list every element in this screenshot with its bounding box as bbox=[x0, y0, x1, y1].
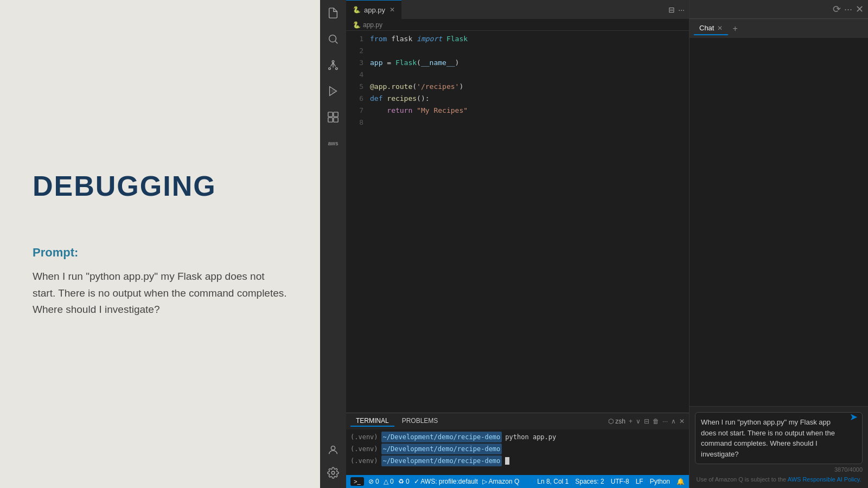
breadcrumb-text: app.py bbox=[363, 21, 382, 29]
code-line-2 bbox=[368, 45, 689, 57]
terminal-cmd-1: python app.py bbox=[505, 432, 556, 442]
status-encoding: UTF-8 bbox=[611, 478, 629, 485]
chat-input-wrapper: When I run "python app.py" my Flask app … bbox=[695, 412, 863, 464]
status-aws-profile[interactable]: ✓ AWS: profile:default bbox=[414, 478, 478, 485]
code-content[interactable]: from flask import Flask app = Flask(__na… bbox=[368, 31, 689, 413]
terminal-path-2: ~/Development/demo/recipe-demo bbox=[381, 444, 502, 454]
terminal-path-3: ~/Development/demo/recipe-demo bbox=[381, 455, 502, 466]
new-chat-button[interactable]: + bbox=[732, 24, 737, 34]
terminal-up-button[interactable]: ∧ bbox=[671, 418, 676, 425]
chat-input-area: When I run "python app.py" my Flask app … bbox=[690, 406, 868, 488]
right-panel-header: Chat ✕ + bbox=[690, 19, 868, 38]
svg-rect-9 bbox=[328, 118, 333, 122]
code-line-6: def recipes(): bbox=[368, 93, 689, 105]
prompt-text: When I run "python app.py" my Flask app … bbox=[33, 268, 288, 318]
terminal-add-button[interactable]: + bbox=[629, 418, 633, 425]
code-line-4 bbox=[368, 69, 689, 81]
editor-toolbar: ⊟ ··· bbox=[668, 0, 689, 19]
split-editor-icon[interactable]: ⊟ bbox=[668, 5, 675, 14]
account-icon[interactable] bbox=[324, 441, 342, 459]
status-spaces: Spaces: 2 bbox=[575, 478, 604, 485]
status-amazon-q[interactable]: ▷ Amazon Q bbox=[482, 478, 519, 485]
status-line-ending: LF bbox=[636, 478, 643, 485]
terminal-trash-button[interactable]: 🗑 bbox=[653, 418, 659, 425]
terminal-venv-2: (.venv) bbox=[350, 444, 378, 454]
rp-close-icon[interactable]: ✕ bbox=[856, 3, 864, 15]
terminal-dropdown-icon[interactable]: ∨ bbox=[636, 418, 641, 425]
code-line-1: from flask import Flask bbox=[368, 33, 689, 45]
terminal-content: (.venv) ~/Development/demo/recipe-demo p… bbox=[346, 429, 689, 475]
terminal-tab-terminal[interactable]: TERMINAL bbox=[350, 416, 394, 427]
terminal-tab-problems[interactable]: PROBLEMS bbox=[397, 416, 444, 427]
debug-icon[interactable] bbox=[324, 82, 342, 100]
status-ln-col: Ln 8, Col 1 bbox=[537, 478, 569, 485]
svg-point-2 bbox=[332, 61, 334, 63]
svg-rect-8 bbox=[334, 112, 338, 117]
terminal-venv-1: (.venv) bbox=[350, 432, 378, 442]
search-icon[interactable] bbox=[324, 30, 342, 48]
chat-input-box[interactable]: When I run "python app.py" my Flask app … bbox=[695, 412, 863, 464]
editor-tab-row: 🐍 app.py ✕ ⊟ ··· bbox=[346, 0, 689, 19]
python-file-icon: 🐍 bbox=[353, 6, 361, 14]
aws-icon[interactable]: aws bbox=[324, 134, 342, 152]
aws-policy-link[interactable]: AWS Responsible AI Policy. bbox=[788, 476, 861, 483]
svg-point-12 bbox=[331, 471, 335, 474]
code-line-7: return "My Recipes" bbox=[368, 105, 689, 117]
status-git: ♻ 0 bbox=[398, 478, 410, 485]
code-line-3: app = Flask(__name__) bbox=[368, 57, 689, 69]
terminal-split-button[interactable]: ⊟ bbox=[644, 418, 649, 425]
extensions-icon[interactable] bbox=[324, 108, 342, 126]
terminal-cursor bbox=[505, 457, 509, 465]
page-title: DEBUGGING bbox=[33, 170, 288, 202]
terminal-shell-label: ⬡ zsh bbox=[608, 418, 626, 425]
chat-tab-label: Chat bbox=[699, 24, 714, 32]
rp-history-icon[interactable]: ⟳ bbox=[833, 3, 841, 15]
chat-tab-close[interactable]: ✕ bbox=[717, 24, 723, 32]
svg-rect-10 bbox=[334, 118, 338, 122]
files-icon[interactable] bbox=[324, 4, 342, 22]
terminal-more-button[interactable]: ··· bbox=[662, 418, 668, 425]
editor-tab-apppy[interactable]: 🐍 app.py ✕ bbox=[346, 0, 401, 19]
svg-point-4 bbox=[336, 68, 338, 70]
status-errors: ⊘ 0 bbox=[368, 478, 379, 485]
terminal-actions: ⬡ zsh + ∨ ⊟ 🗑 ··· ∧ ✕ bbox=[608, 418, 685, 425]
terminal-panel: TERMINAL PROBLEMS ⬡ zsh + ∨ ⊟ 🗑 ··· ∧ ✕ bbox=[346, 413, 689, 475]
breadcrumb-file-icon: 🐍 bbox=[353, 21, 361, 29]
status-left: >_ ⊘ 0 △ 0 ♻ 0 ✓ AWS: profile:default ▷ … bbox=[350, 477, 519, 486]
chat-input-text: When I run "python app.py" my Flask app … bbox=[701, 418, 835, 458]
terminal-line-2: (.venv) ~/Development/demo/recipe-demo bbox=[350, 444, 685, 454]
svg-point-6 bbox=[331, 89, 335, 93]
terminal-path-1: ~/Development/demo/recipe-demo bbox=[381, 432, 502, 442]
prompt-label: Prompt: bbox=[33, 246, 288, 260]
svg-point-0 bbox=[329, 35, 336, 42]
activity-bar: aws bbox=[320, 0, 346, 488]
code-editor[interactable]: 1 2 3 4 5 6 7 8 from flask import Flask … bbox=[346, 31, 689, 413]
terminal-status-icon[interactable]: >_ bbox=[350, 477, 364, 486]
status-warnings: △ 0 bbox=[384, 478, 394, 485]
left-panel: DEBUGGING Prompt: When I run "python app… bbox=[0, 0, 320, 488]
code-line-8 bbox=[368, 117, 689, 129]
tab-label: app.py bbox=[364, 6, 385, 14]
terminal-close-button[interactable]: ✕ bbox=[679, 418, 685, 425]
right-panel-top-bar: ⟳ ··· ✕ bbox=[690, 0, 868, 19]
terminal-line-3: (.venv) ~/Development/demo/recipe-demo bbox=[350, 455, 685, 466]
vscode-area: aws 🐍 app.py ✕ bbox=[320, 0, 868, 488]
settings-icon[interactable] bbox=[324, 464, 342, 481]
editor-main: 🐍 app.py ✕ ⊟ ··· 🐍 app.py 1 2 3 4 bbox=[346, 0, 689, 488]
rp-more-icon[interactable]: ··· bbox=[844, 4, 852, 15]
svg-point-11 bbox=[331, 446, 335, 450]
status-bell-icon: 🔔 bbox=[676, 478, 685, 485]
terminal-tab-bar: TERMINAL PROBLEMS ⬡ zsh + ∨ ⊟ 🗑 ··· ∧ ✕ bbox=[346, 413, 689, 429]
char-count: 3870/4000 bbox=[695, 466, 863, 473]
chat-tab[interactable]: Chat ✕ bbox=[694, 22, 728, 35]
code-line-5: @app.route('/recipes') bbox=[368, 81, 689, 93]
chat-messages-area bbox=[690, 38, 868, 406]
status-language: Python bbox=[650, 478, 670, 485]
amazon-q-panel: ⟳ ··· ✕ Chat ✕ + When I run "python app.… bbox=[689, 0, 868, 488]
editor-more-icon[interactable]: ··· bbox=[678, 5, 685, 14]
tab-close-button[interactable]: ✕ bbox=[390, 6, 395, 14]
amazon-policy-text: Use of Amazon Q is subject to the AWS Re… bbox=[695, 476, 863, 483]
git-icon[interactable] bbox=[324, 56, 342, 74]
status-right: Ln 8, Col 1 Spaces: 2 UTF-8 LF Python 🔔 bbox=[537, 478, 685, 485]
send-button[interactable]: ➤ bbox=[850, 410, 858, 425]
